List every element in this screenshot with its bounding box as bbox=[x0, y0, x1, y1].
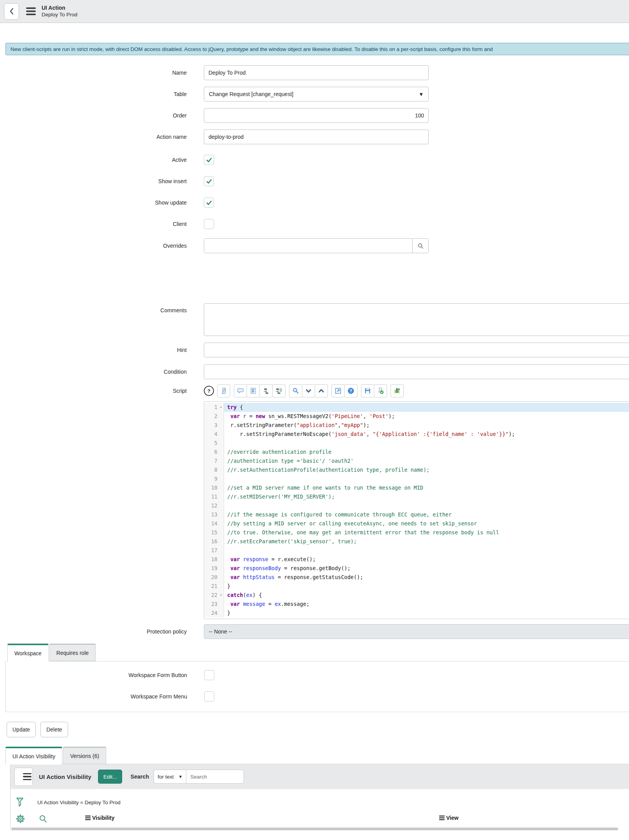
find-next-icon[interactable] bbox=[302, 384, 315, 397]
script-help-icon[interactable]: ? bbox=[344, 384, 357, 397]
list-menu-button[interactable] bbox=[14, 768, 33, 786]
chevron-down-icon: ▼ bbox=[419, 91, 424, 97]
syntax-check-icon[interactable] bbox=[374, 384, 387, 397]
code-line[interactable]: 1▾try { bbox=[204, 403, 629, 412]
condition-input[interactable] bbox=[204, 364, 629, 379]
code-line[interactable]: 18 var response = r.execute(); bbox=[204, 555, 629, 564]
show-update-checkbox[interactable] bbox=[204, 198, 214, 208]
code-line[interactable]: 24} bbox=[204, 609, 629, 618]
field-row-name: Name bbox=[0, 65, 629, 80]
show-insert-checkbox[interactable] bbox=[204, 176, 214, 186]
active-checkbox[interactable] bbox=[204, 155, 214, 165]
code-line[interactable]: 15//to true. Otherwise, one may get an i… bbox=[204, 528, 629, 537]
search-type-value: for text bbox=[158, 774, 173, 780]
order-input[interactable] bbox=[204, 108, 429, 123]
list-search-input[interactable] bbox=[186, 770, 244, 784]
protection-policy-value: -- None -- bbox=[209, 628, 232, 635]
column-header-view[interactable]: View bbox=[439, 815, 459, 821]
gear-icon[interactable] bbox=[16, 814, 25, 823]
client-checkbox[interactable] bbox=[204, 219, 214, 229]
comment-toggle-icon[interactable] bbox=[234, 384, 247, 397]
list-search-icon[interactable] bbox=[39, 814, 47, 823]
hint-label: Hint bbox=[0, 347, 187, 353]
workspace-form-menu-label: Workspace Form Menu bbox=[6, 693, 187, 700]
svg-text:ab: ab bbox=[264, 388, 267, 390]
code-line[interactable]: 23 var message = ex.message; bbox=[204, 600, 629, 609]
show-update-label: Show update bbox=[0, 200, 187, 206]
open-in-new-window-icon[interactable] bbox=[331, 384, 345, 397]
comments-textarea[interactable] bbox=[204, 303, 629, 336]
code-line[interactable]: 8//r.setAuthenticationProfile(authentica… bbox=[204, 466, 629, 474]
overrides-label: Overrides bbox=[0, 243, 187, 249]
check-icon bbox=[206, 157, 212, 163]
overrides-input[interactable] bbox=[204, 239, 412, 253]
tab-ui-action-visibility[interactable]: UI Action Visibility bbox=[5, 747, 62, 765]
code-line[interactable]: 17 bbox=[204, 546, 629, 555]
search-type-select[interactable]: for text ▼ bbox=[154, 770, 186, 784]
workspace-form-button-checkbox[interactable] bbox=[204, 670, 214, 680]
workspace-form-menu-checkbox[interactable] bbox=[204, 691, 214, 702]
code-line[interactable]: 20 var httpStatus = response.getStatusCo… bbox=[204, 573, 629, 582]
field-row-client: Client bbox=[0, 219, 629, 229]
code-line[interactable]: 9 bbox=[204, 474, 629, 483]
code-line[interactable]: 14//by setting a MID server or calling e… bbox=[204, 519, 629, 528]
action-name-input[interactable] bbox=[204, 130, 429, 144]
format-code-icon[interactable] bbox=[247, 384, 260, 397]
help-icon[interactable]: ? bbox=[204, 386, 214, 396]
code-line[interactable]: 22▾catch(ex) { bbox=[204, 591, 629, 600]
filter-funnel-icon[interactable] bbox=[16, 797, 24, 807]
svg-text:ab: ab bbox=[276, 388, 279, 390]
replace-icon[interactable]: abac bbox=[259, 384, 273, 397]
script-code-editor[interactable]: 1▾try {2 var r = new sn_ws.RESTMessageV2… bbox=[204, 401, 629, 619]
code-line[interactable]: 21} bbox=[204, 582, 629, 591]
code-line[interactable]: 2 var r = new sn_ws.RESTMessageV2('PipeL… bbox=[204, 412, 629, 421]
related-list-title: UI Action Visibility bbox=[39, 774, 91, 780]
code-line[interactable]: 10//set a MID server name if one wants t… bbox=[204, 483, 629, 492]
back-button[interactable] bbox=[4, 3, 19, 20]
related-list-tabbar: UI Action Visibility Versions (6) bbox=[0, 747, 629, 764]
list-filter-text[interactable]: UI Action Visibility = Deploy To Prod bbox=[37, 800, 121, 805]
code-line[interactable]: 3 r.setStringParameter("application","my… bbox=[204, 421, 629, 430]
code-line[interactable]: 16//r.setEccParameter('skip_sensor', tru… bbox=[204, 537, 629, 546]
tab-versions[interactable]: Versions (6) bbox=[63, 747, 106, 764]
protection-policy-select: -- None -- bbox=[204, 624, 629, 639]
workspace-tabs-section: Workspace Requires role Workspace Form B… bbox=[0, 644, 629, 712]
code-line[interactable]: 13//if the message is configured to comm… bbox=[204, 510, 629, 519]
list-column-header-row: Visibility View bbox=[11, 812, 629, 826]
client-label: Client bbox=[0, 221, 187, 227]
table-select[interactable]: Change Request [change_request] ▼ bbox=[204, 87, 429, 102]
update-button[interactable]: Update bbox=[7, 722, 36, 737]
code-line[interactable]: 11//r.setMIDServer('MY_MID_SERVER'); bbox=[204, 492, 629, 501]
debug-icon[interactable] bbox=[391, 384, 404, 397]
tab-workspace[interactable]: Workspace bbox=[7, 644, 49, 662]
field-row-condition: Condition bbox=[0, 364, 629, 379]
field-row-show-update: Show update bbox=[0, 198, 629, 208]
search-label: Search bbox=[130, 774, 149, 780]
overrides-lookup-button[interactable] bbox=[412, 239, 428, 253]
code-line[interactable]: 19 var responseBody = response.getBody()… bbox=[204, 564, 629, 573]
name-input[interactable] bbox=[204, 65, 429, 80]
search-code-icon[interactable] bbox=[289, 384, 302, 397]
related-list-header: UI Action Visibility Edit... Search for … bbox=[11, 764, 629, 789]
code-line[interactable]: 12 bbox=[204, 501, 629, 510]
script-editor-toolbar: abac abac bbox=[217, 384, 404, 397]
code-line[interactable]: 6//override authentication profile bbox=[204, 448, 629, 457]
column-header-visibility[interactable]: Visibility bbox=[85, 815, 114, 821]
hint-input[interactable] bbox=[204, 343, 629, 357]
field-row-table: Table Change Request [change_request] ▼ bbox=[0, 87, 629, 102]
horizontal-scrollbar[interactable] bbox=[11, 828, 618, 830]
replace-all-icon[interactable]: abac bbox=[272, 384, 286, 397]
tab-requires-role[interactable]: Requires role bbox=[49, 644, 96, 661]
code-line[interactable]: 4 r.setStringParameterNoEscape('json_dat… bbox=[204, 430, 629, 439]
context-menu-icon[interactable] bbox=[26, 7, 36, 15]
code-line[interactable]: 5 bbox=[204, 439, 629, 448]
syntax-editor-icon[interactable] bbox=[217, 384, 230, 397]
script-label: Script bbox=[0, 388, 187, 394]
save-icon[interactable] bbox=[361, 384, 374, 397]
delete-button[interactable]: Delete bbox=[40, 722, 68, 737]
edit-button[interactable]: Edit... bbox=[98, 770, 123, 784]
find-previous-icon[interactable] bbox=[315, 384, 328, 397]
comments-label: Comments bbox=[0, 303, 187, 313]
related-list-section: UI Action Visibility Versions (6) UI Act… bbox=[0, 747, 629, 830]
code-line[interactable]: 7//authentication type ='basic'/ 'oauth2… bbox=[204, 457, 629, 466]
